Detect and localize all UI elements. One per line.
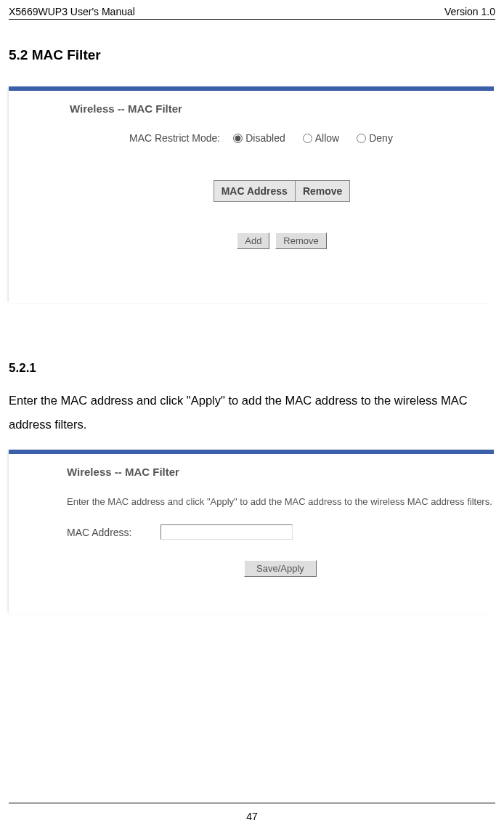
panel-title-2: Wireless -- MAC Filter [67, 466, 494, 478]
mac-table: MAC Address Remove [214, 180, 351, 202]
screenshot-mac-filter-list: Wireless -- MAC Filter MAC Restrict Mode… [9, 86, 494, 303]
col-mac-address: MAC Address [214, 181, 295, 202]
divider-bottom [9, 803, 495, 803]
header-right: Version 1.0 [444, 6, 495, 17]
panel-title: Wireless -- MAC Filter [70, 102, 494, 115]
subsection-title: 5.2.1 [9, 361, 495, 376]
radio-disabled[interactable] [233, 134, 243, 143]
add-button[interactable]: Add [237, 232, 269, 249]
screenshot-mac-filter-add: Wireless -- MAC Filter Enter the MAC add… [9, 450, 494, 614]
divider-top [9, 19, 495, 20]
page-number: 47 [0, 811, 504, 822]
header-left: X5669WUP3 User's Manual [9, 6, 135, 17]
panel-description: Enter the MAC address and click "Apply" … [67, 495, 494, 508]
radio-deny[interactable] [357, 134, 366, 143]
restrict-mode-label: MAC Restrict Mode: [129, 132, 220, 144]
section-title: 5.2 MAC Filter [9, 47, 495, 63]
mac-address-label: MAC Address: [67, 527, 131, 538]
radio-disabled-label: Disabled [245, 132, 285, 144]
col-remove: Remove [295, 181, 349, 202]
mac-address-input[interactable] [160, 524, 293, 540]
radio-deny-label: Deny [369, 132, 393, 144]
save-apply-button[interactable]: Save/Apply [244, 560, 317, 577]
radio-allow-label: Allow [315, 132, 339, 144]
remove-button[interactable]: Remove [275, 232, 326, 249]
radio-allow[interactable] [303, 134, 312, 143]
body-paragraph: Enter the MAC address and click "Apply" … [9, 389, 495, 437]
